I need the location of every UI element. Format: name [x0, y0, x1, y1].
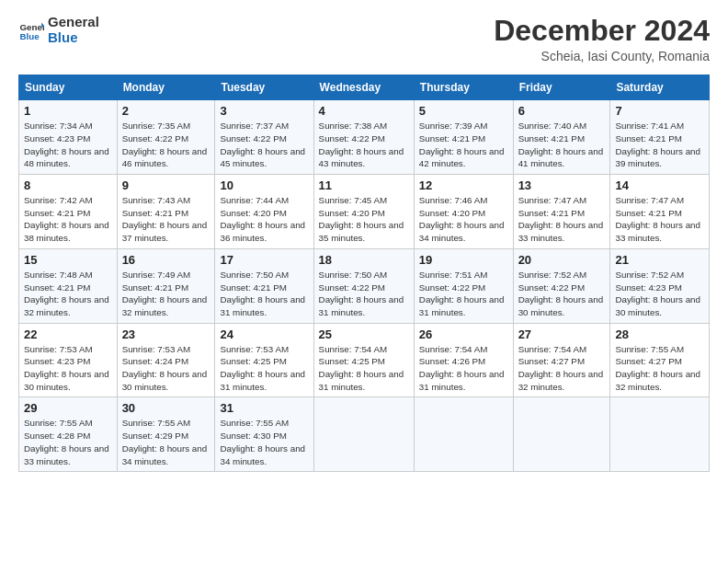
calendar-day-cell: 15 Sunrise: 7:48 AMSunset: 4:21 PMDaylig…	[19, 248, 118, 323]
day-info: Sunrise: 7:50 AMSunset: 4:22 PMDaylight:…	[319, 270, 404, 317]
day-info: Sunrise: 7:54 AMSunset: 4:26 PMDaylight:…	[419, 344, 505, 392]
calendar-day-cell: 8 Sunrise: 7:42 AMSunset: 4:21 PMDayligh…	[19, 175, 118, 249]
calendar-day-cell: 1 Sunrise: 7:34 AMSunset: 4:23 PMDayligh…	[19, 100, 118, 175]
day-number: 25	[319, 327, 409, 341]
day-number: 21	[615, 253, 704, 267]
calendar-day-cell: 28 Sunrise: 7:55 AMSunset: 4:27 PMDaylig…	[610, 323, 710, 397]
calendar-day-cell: 12 Sunrise: 7:46 AMSunset: 4:20 PMDaylig…	[414, 175, 513, 249]
day-number: 23	[122, 327, 210, 341]
day-number: 28	[615, 327, 704, 341]
calendar-day-cell: 16 Sunrise: 7:49 AMSunset: 4:21 PMDaylig…	[117, 248, 215, 323]
day-info: Sunrise: 7:34 AMSunset: 4:23 PMDaylight:…	[24, 121, 109, 168]
day-number: 9	[122, 178, 210, 192]
day-info: Sunrise: 7:41 AMSunset: 4:21 PMDaylight:…	[615, 121, 700, 168]
calendar-header-row: Sunday Monday Tuesday Wednesday Thursday…	[19, 75, 710, 100]
title-block: December 2024 Scheia, Iasi County, Roman…	[494, 15, 710, 63]
calendar-day-cell: 23 Sunrise: 7:53 AMSunset: 4:24 PMDaylig…	[117, 323, 215, 397]
day-number: 29	[24, 401, 112, 415]
day-number: 14	[615, 178, 704, 192]
calendar-day-cell	[414, 397, 513, 472]
calendar-container: General Blue General Blue December 2024 …	[0, 0, 728, 481]
calendar-day-cell: 6 Sunrise: 7:40 AMSunset: 4:21 PMDayligh…	[513, 100, 610, 175]
col-wednesday: Wednesday	[313, 75, 414, 100]
day-info: Sunrise: 7:35 AMSunset: 4:22 PMDaylight:…	[122, 121, 208, 168]
calendar-day-cell: 21 Sunrise: 7:52 AMSunset: 4:23 PMDaylig…	[610, 248, 710, 323]
day-number: 24	[220, 327, 308, 341]
day-number: 22	[24, 327, 112, 341]
calendar-day-cell: 31 Sunrise: 7:55 AMSunset: 4:30 PMDaylig…	[215, 397, 313, 472]
day-info: Sunrise: 7:51 AMSunset: 4:22 PMDaylight:…	[419, 270, 505, 317]
calendar-day-cell: 18 Sunrise: 7:50 AMSunset: 4:22 PMDaylig…	[313, 248, 414, 323]
day-info: Sunrise: 7:54 AMSunset: 4:27 PMDaylight:…	[518, 344, 604, 392]
day-info: Sunrise: 7:49 AMSunset: 4:21 PMDaylight:…	[122, 270, 208, 317]
day-info: Sunrise: 7:47 AMSunset: 4:21 PMDaylight:…	[518, 195, 604, 243]
day-number: 12	[419, 178, 508, 192]
day-info: Sunrise: 7:50 AMSunset: 4:21 PMDaylight:…	[220, 270, 305, 317]
day-info: Sunrise: 7:55 AMSunset: 4:27 PMDaylight:…	[615, 344, 700, 392]
day-number: 5	[419, 104, 508, 118]
col-saturday: Saturday	[610, 75, 710, 100]
day-info: Sunrise: 7:46 AMSunset: 4:20 PMDaylight:…	[419, 195, 505, 243]
day-info: Sunrise: 7:43 AMSunset: 4:21 PMDaylight:…	[122, 195, 208, 243]
day-info: Sunrise: 7:44 AMSunset: 4:20 PMDaylight:…	[220, 195, 305, 243]
day-info: Sunrise: 7:48 AMSunset: 4:21 PMDaylight:…	[24, 270, 109, 317]
calendar-day-cell: 20 Sunrise: 7:52 AMSunset: 4:22 PMDaylig…	[513, 248, 610, 323]
calendar-week-row: 15 Sunrise: 7:48 AMSunset: 4:21 PMDaylig…	[19, 248, 710, 323]
calendar-week-row: 29 Sunrise: 7:55 AMSunset: 4:28 PMDaylig…	[19, 397, 710, 472]
col-friday: Friday	[513, 75, 610, 100]
day-number: 26	[419, 327, 508, 341]
day-info: Sunrise: 7:52 AMSunset: 4:22 PMDaylight:…	[518, 270, 604, 317]
day-number: 13	[518, 178, 606, 192]
calendar-day-cell	[610, 397, 710, 472]
calendar-day-cell: 19 Sunrise: 7:51 AMSunset: 4:22 PMDaylig…	[414, 248, 513, 323]
day-number: 3	[220, 104, 308, 118]
day-number: 31	[220, 401, 308, 415]
calendar-day-cell: 2 Sunrise: 7:35 AMSunset: 4:22 PMDayligh…	[117, 100, 215, 175]
calendar-day-cell: 29 Sunrise: 7:55 AMSunset: 4:28 PMDaylig…	[19, 397, 118, 472]
calendar-day-cell: 24 Sunrise: 7:53 AMSunset: 4:25 PMDaylig…	[215, 323, 313, 397]
day-number: 6	[518, 104, 606, 118]
calendar-day-cell: 9 Sunrise: 7:43 AMSunset: 4:21 PMDayligh…	[117, 175, 215, 249]
day-number: 15	[24, 253, 112, 267]
generalblue-logo-icon: General Blue	[18, 17, 44, 43]
col-monday: Monday	[117, 75, 215, 100]
day-number: 2	[122, 104, 210, 118]
day-info: Sunrise: 7:54 AMSunset: 4:25 PMDaylight:…	[319, 344, 404, 392]
day-info: Sunrise: 7:38 AMSunset: 4:22 PMDaylight:…	[319, 121, 404, 168]
logo-blue-text: Blue	[48, 30, 99, 46]
day-info: Sunrise: 7:39 AMSunset: 4:21 PMDaylight:…	[419, 121, 505, 168]
calendar-header: General Blue General Blue December 2024 …	[18, 15, 710, 63]
col-sunday: Sunday	[19, 75, 118, 100]
calendar-day-cell: 4 Sunrise: 7:38 AMSunset: 4:22 PMDayligh…	[313, 100, 414, 175]
calendar-day-cell: 7 Sunrise: 7:41 AMSunset: 4:21 PMDayligh…	[610, 100, 710, 175]
calendar-day-cell: 10 Sunrise: 7:44 AMSunset: 4:20 PMDaylig…	[215, 175, 313, 249]
calendar-day-cell	[513, 397, 610, 472]
day-info: Sunrise: 7:55 AMSunset: 4:28 PMDaylight:…	[24, 418, 109, 465]
day-info: Sunrise: 7:40 AMSunset: 4:21 PMDaylight:…	[518, 121, 604, 168]
day-number: 4	[319, 104, 409, 118]
calendar-day-cell	[313, 397, 414, 472]
day-info: Sunrise: 7:37 AMSunset: 4:22 PMDaylight:…	[220, 121, 305, 168]
calendar-day-cell: 27 Sunrise: 7:54 AMSunset: 4:27 PMDaylig…	[513, 323, 610, 397]
calendar-day-cell: 5 Sunrise: 7:39 AMSunset: 4:21 PMDayligh…	[414, 100, 513, 175]
day-info: Sunrise: 7:42 AMSunset: 4:21 PMDaylight:…	[24, 195, 109, 243]
day-number: 19	[419, 253, 508, 267]
calendar-day-cell: 11 Sunrise: 7:45 AMSunset: 4:20 PMDaylig…	[313, 175, 414, 249]
day-number: 16	[122, 253, 210, 267]
month-year-title: December 2024	[494, 15, 710, 47]
day-number: 18	[319, 253, 409, 267]
logo: General Blue General Blue	[18, 15, 99, 45]
location-subtitle: Scheia, Iasi County, Romania	[494, 49, 710, 63]
day-info: Sunrise: 7:53 AMSunset: 4:24 PMDaylight:…	[122, 344, 208, 392]
day-info: Sunrise: 7:55 AMSunset: 4:29 PMDaylight:…	[122, 418, 208, 465]
calendar-table: Sunday Monday Tuesday Wednesday Thursday…	[18, 75, 710, 472]
day-number: 30	[122, 401, 210, 415]
calendar-week-row: 1 Sunrise: 7:34 AMSunset: 4:23 PMDayligh…	[19, 100, 710, 175]
svg-text:Blue: Blue	[19, 30, 40, 40]
calendar-day-cell: 13 Sunrise: 7:47 AMSunset: 4:21 PMDaylig…	[513, 175, 610, 249]
col-thursday: Thursday	[414, 75, 513, 100]
day-number: 10	[220, 178, 308, 192]
calendar-day-cell: 25 Sunrise: 7:54 AMSunset: 4:25 PMDaylig…	[313, 323, 414, 397]
calendar-day-cell: 3 Sunrise: 7:37 AMSunset: 4:22 PMDayligh…	[215, 100, 313, 175]
calendar-day-cell: 17 Sunrise: 7:50 AMSunset: 4:21 PMDaylig…	[215, 248, 313, 323]
